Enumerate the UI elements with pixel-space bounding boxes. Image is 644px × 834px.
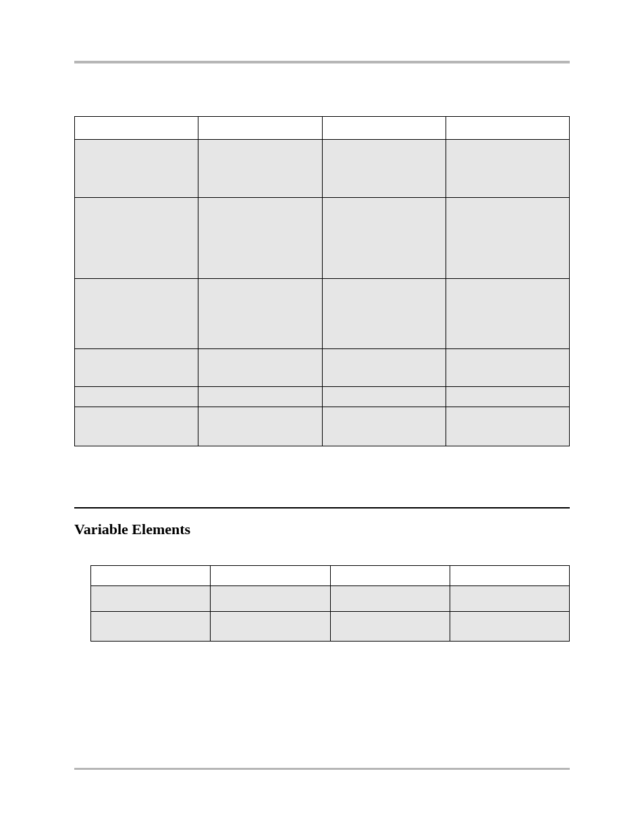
table-cell (75, 198, 198, 279)
table-cell (198, 198, 322, 279)
table-cell (322, 140, 446, 198)
table-cell (198, 387, 322, 407)
table-cell (198, 279, 322, 349)
table-row (91, 566, 570, 586)
table-cell (322, 349, 446, 387)
table-cell (322, 407, 446, 446)
table-cell (322, 279, 446, 349)
table-cell (446, 407, 569, 446)
table-cell (198, 349, 322, 387)
table-cell (198, 407, 322, 446)
table-header-cell (75, 117, 198, 140)
table-cell (211, 586, 330, 612)
table-row (91, 612, 570, 642)
table-cell (322, 198, 446, 279)
table-header-cell (91, 566, 211, 586)
table-cell (450, 612, 569, 642)
table-header-cell (330, 566, 450, 586)
table-cell (91, 586, 211, 612)
table-cell (450, 586, 569, 612)
top-rule (74, 61, 570, 63)
table-row (75, 140, 570, 198)
table-cell (211, 612, 330, 642)
table-2 (90, 565, 570, 642)
table-cell (330, 612, 450, 642)
table-1 (74, 116, 570, 446)
table-cell (198, 140, 322, 198)
table-row (75, 407, 570, 446)
table-cell (75, 407, 198, 446)
table-header-cell (211, 566, 330, 586)
footer-rule (74, 768, 570, 770)
table-cell (75, 387, 198, 407)
table-header-cell (446, 117, 569, 140)
table-cell (446, 279, 569, 349)
section-rule (74, 507, 570, 509)
table-row (75, 198, 570, 279)
table-cell (75, 279, 198, 349)
table-cell (330, 586, 450, 612)
table-row (75, 349, 570, 387)
table-cell (91, 612, 211, 642)
table-cell (446, 198, 569, 279)
table-header-cell (450, 566, 569, 586)
table-header-cell (322, 117, 446, 140)
table-row (75, 387, 570, 407)
table-row (91, 586, 570, 612)
table-cell (75, 140, 198, 198)
table-row (75, 279, 570, 349)
table-row (75, 117, 570, 140)
table-cell (322, 387, 446, 407)
table-header-cell (198, 117, 322, 140)
table-cell (446, 140, 569, 198)
section-title: Variable Elements (74, 521, 570, 538)
table-cell (446, 349, 569, 387)
table-cell (446, 387, 569, 407)
table-cell (75, 349, 198, 387)
